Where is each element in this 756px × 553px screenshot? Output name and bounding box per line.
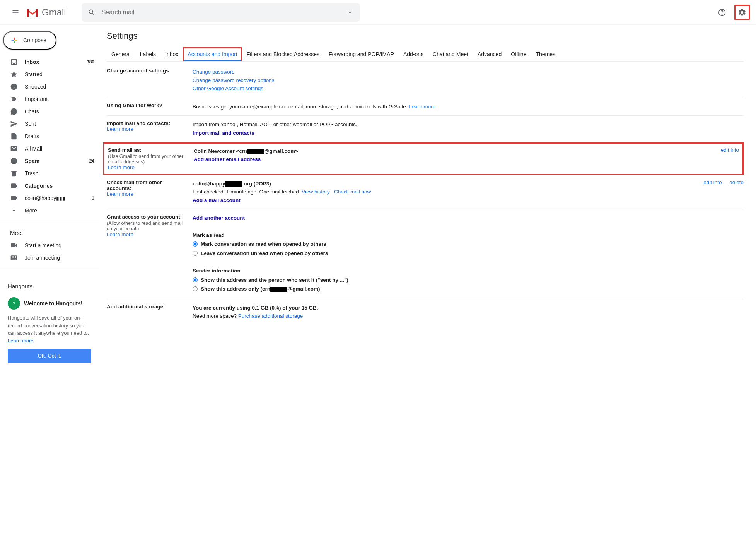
- import-mail-link[interactable]: Import mail and contacts: [193, 130, 254, 136]
- start-meeting[interactable]: Start a meeting: [0, 239, 99, 252]
- other-settings-link[interactable]: Other Google Account settings: [193, 86, 263, 91]
- check-now-link[interactable]: Check mail now: [334, 189, 371, 195]
- meet-header: Meet: [0, 223, 99, 239]
- add-another-account-link[interactable]: Add another account: [193, 215, 245, 221]
- change-password-link[interactable]: Change password: [193, 69, 235, 75]
- tab-filters-and-blocked-addresses[interactable]: Filters and Blocked Addresses: [242, 47, 324, 61]
- sendas-edit-info[interactable]: edit info: [721, 147, 739, 153]
- row-send-mail-as: Send mail as: (Use Gmail to send from yo…: [103, 142, 744, 175]
- purchase-storage-link[interactable]: Purchase additional storage: [238, 313, 303, 319]
- compose-label: Compose: [23, 37, 46, 43]
- tab-advanced[interactable]: Advanced: [473, 47, 506, 61]
- tab-general[interactable]: General: [107, 47, 135, 61]
- nav-snoozed[interactable]: Snoozed: [0, 80, 99, 93]
- app-name: Gmail: [42, 7, 66, 18]
- recovery-options-link[interactable]: Change password recovery options: [193, 77, 275, 83]
- sidebar: Compose Inbox380StarredSnoozedImportantC…: [0, 25, 99, 372]
- keyboard-icon: [10, 254, 18, 262]
- tab-accounts-and-import[interactable]: Accounts and Import: [183, 47, 242, 61]
- dropdown-icon[interactable]: [346, 9, 354, 16]
- label-icon: [10, 194, 18, 202]
- hangouts-header: Hangouts: [8, 277, 91, 293]
- label-icon: [10, 182, 18, 190]
- tab-chat-and-meet[interactable]: Chat and Meet: [428, 47, 473, 61]
- mark-read-radio[interactable]: [193, 241, 198, 247]
- important-icon: [10, 95, 18, 103]
- tab-labels[interactable]: Labels: [135, 47, 160, 61]
- tab-forwarding-and-pop-imap[interactable]: Forwarding and POP/IMAP: [324, 47, 399, 61]
- nav-spam[interactable]: Spam24: [0, 155, 99, 167]
- nav-sent[interactable]: Sent: [0, 118, 99, 130]
- add-email-link[interactable]: Add another email address: [194, 156, 261, 162]
- gear-icon: [738, 8, 746, 17]
- file-icon: [10, 132, 18, 140]
- row-import: Import mail and contacts: Learn more Imp…: [107, 116, 744, 142]
- hangouts-welcome-text: Hangouts will save all of your on-record…: [8, 314, 91, 344]
- view-history-link[interactable]: View history: [302, 189, 330, 195]
- settings-tabs: GeneralLabelsInboxAccounts and ImportFil…: [107, 47, 744, 62]
- tab-inbox[interactable]: Inbox: [160, 47, 183, 61]
- inbox-icon: [10, 58, 18, 66]
- video-icon: [10, 241, 18, 249]
- leave-unread-radio[interactable]: [193, 251, 198, 256]
- nav-starred[interactable]: Starred: [0, 68, 99, 80]
- import-learn-more[interactable]: Learn more: [107, 126, 133, 132]
- gsuite-learn-more[interactable]: Learn more: [409, 104, 435, 110]
- row-grant-access: Grant access to your account: (Allow oth…: [107, 209, 744, 299]
- app-header: Gmail: [0, 0, 756, 25]
- checkmail-learn-more[interactable]: Learn more: [107, 191, 133, 197]
- nav-colin-happy-[interactable]: colin@happy▮▮▮1: [0, 192, 99, 204]
- nav-chats[interactable]: Chats: [0, 105, 99, 118]
- compose-button[interactable]: Compose: [3, 31, 56, 50]
- mail-icon: [10, 145, 18, 152]
- nav-drafts[interactable]: Drafts: [0, 130, 99, 142]
- tab-offline[interactable]: Offline: [506, 47, 531, 61]
- sendas-learn-more[interactable]: Learn more: [108, 164, 135, 170]
- join-meeting[interactable]: Join a meeting: [0, 252, 99, 264]
- hangouts-welcome-title: Welcome to Hangouts!: [24, 300, 82, 306]
- trash-icon: [10, 169, 18, 177]
- checkmail-delete[interactable]: delete: [729, 180, 744, 185]
- clock-icon: [10, 83, 18, 91]
- search-input[interactable]: [102, 9, 346, 16]
- redacted: [247, 149, 264, 154]
- gmail-m-icon: [26, 8, 39, 17]
- row-change-account: Change account settings: Change password…: [107, 63, 744, 98]
- nav-categories[interactable]: Categories: [0, 180, 99, 192]
- search-icon: [88, 9, 96, 16]
- nav-important[interactable]: Important: [0, 93, 99, 105]
- tab-themes[interactable]: Themes: [531, 47, 560, 61]
- settings-button[interactable]: [734, 5, 750, 20]
- star-icon: [10, 70, 18, 78]
- nav-inbox[interactable]: Inbox380: [0, 56, 99, 68]
- nav-trash[interactable]: Trash: [0, 167, 99, 180]
- send-icon: [10, 120, 18, 128]
- main-content: Settings GeneralLabelsInboxAccounts and …: [99, 25, 756, 372]
- tab-add-ons[interactable]: Add-ons: [399, 47, 428, 61]
- support-button[interactable]: [714, 5, 730, 20]
- nav-all-mail[interactable]: All Mail: [0, 142, 99, 155]
- spam-icon: [10, 157, 18, 165]
- show-address-only-radio[interactable]: [193, 286, 198, 291]
- hangouts-ok-button[interactable]: OK, Got it.: [8, 349, 91, 363]
- show-sender-radio[interactable]: [193, 277, 198, 282]
- row-storage: Add additional storage: You are currentl…: [107, 299, 744, 325]
- chats-icon: [10, 108, 18, 115]
- nav-more[interactable]: More: [0, 204, 99, 217]
- add-mail-account-link[interactable]: Add a mail account: [193, 197, 241, 203]
- more-icon: [10, 207, 18, 214]
- checkmail-edit-info[interactable]: edit info: [703, 180, 722, 185]
- hamburger-icon: [12, 9, 19, 16]
- hangouts-learn-more[interactable]: Learn more: [8, 338, 33, 344]
- grant-learn-more[interactable]: Learn more: [107, 231, 133, 237]
- gmail-logo[interactable]: Gmail: [26, 7, 66, 18]
- search-bar[interactable]: [82, 3, 360, 22]
- redacted: [270, 287, 287, 292]
- main-menu-button[interactable]: [6, 3, 25, 22]
- page-title: Settings: [107, 31, 744, 41]
- row-check-mail: Check mail from other accounts: Learn mo…: [107, 175, 744, 210]
- hangouts-icon: [8, 297, 20, 310]
- plus-icon: [10, 36, 19, 45]
- row-gsuite: Using Gmail for work? Businesses get you…: [107, 98, 744, 116]
- svg-point-1: [722, 14, 722, 14]
